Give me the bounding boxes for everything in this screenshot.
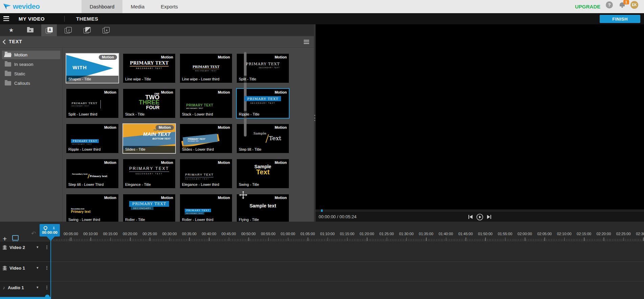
ruler-label-01-55-00: 01:55:00: [498, 232, 512, 236]
sidebar-item-in-season[interactable]: In season: [2, 60, 60, 69]
main-menu-icon[interactable]: [3, 16, 9, 21]
splitter-grip-icon[interactable]: [314, 115, 316, 121]
playback-controls-bar: 00:00:00 / 00:05:24: [316, 212, 644, 222]
template-swing-title[interactable]: MotionSampleTextSwing - Title: [237, 159, 289, 188]
playhead-box[interactable]: ✂ 00:00:00: [40, 224, 60, 236]
help-icon[interactable]: ?: [606, 1, 613, 8]
timeline-horizontal-scrollbar[interactable]: [0, 297, 51, 299]
clip-tool-icon[interactable]: [12, 235, 19, 241]
ruler-label-02-00-00: 02:00:00: [518, 232, 532, 236]
template-line-wipe-title[interactable]: MotionPRIMARY TEXTSECONDARY TEXTLine wip…: [123, 54, 175, 83]
skip-to-start-button[interactable]: [468, 215, 473, 219]
backgrounds-icon: ▲: [102, 27, 110, 33]
track-collapse-caret[interactable]: ▾: [37, 266, 39, 270]
seek-position-marker[interactable]: [321, 209, 323, 212]
template-step-tilt-lower-third[interactable]: MotionSecondary textPrimary textStep til…: [66, 159, 118, 188]
template-label: Roller - Lower third: [180, 216, 232, 222]
library-tab-transitions[interactable]: [79, 24, 95, 36]
themes-button[interactable]: THEMES: [76, 13, 98, 24]
skip-to-end-button[interactable]: [486, 215, 491, 219]
template-slides-lower-third[interactable]: MotionPRIMARY TEXTSECONDARY TEXTSlides -…: [180, 124, 232, 153]
split-scissors-icon[interactable]: ✂: [52, 226, 56, 229]
logo-text: wevideo: [13, 2, 40, 10]
ruler-major-ticks[interactable]: [51, 238, 644, 241]
ruler-label-00-50-00: 00:50:00: [241, 232, 256, 236]
ruler-label-01-20-00: 01:20:00: [360, 232, 374, 236]
playhead-line[interactable]: [50, 241, 51, 299]
wevideo-logo[interactable]: wevideo: [3, 2, 40, 11]
template-stack-title[interactable]: MotionONETWOTHREEFOURStack - Title: [123, 89, 175, 118]
folder-label: In season: [14, 62, 33, 67]
ruler-label-00-15-00: 00:15:00: [103, 232, 118, 236]
template-split-lower-third[interactable]: MotionPRIMARY TEXTSECONDARY TEXTSplit - …: [66, 89, 118, 118]
template-text: Sample: [253, 131, 266, 135]
track-options-kebab[interactable]: ⋮: [45, 285, 49, 290]
play-button[interactable]: [476, 214, 483, 221]
template-swing-lower-third[interactable]: MotionSecondary textPrimary textSwing - …: [66, 194, 118, 222]
finish-button[interactable]: FINISH: [600, 15, 640, 23]
track-row-video-1[interactable]: Video 1▾⋮: [0, 261, 644, 281]
panel-splitter[interactable]: [314, 24, 316, 222]
template-ripple-lower-third[interactable]: MotionPRIMARY TEXTSECONDARY TEXTRipple -…: [66, 124, 118, 153]
ruler-label-01-15-00: 01:15:00: [340, 232, 354, 236]
top-bar: wevideo DashboardMediaExports UPGRADE ? …: [0, 0, 644, 13]
template-text: SECONDARY TEXT: [136, 67, 162, 69]
undo-button[interactable]: ↶: [31, 230, 36, 237]
template-label: Elegance - Title: [123, 181, 175, 188]
template-shapes-title[interactable]: MotionWITHShapes - Title: [66, 54, 118, 83]
panel-menu-icon[interactable]: [304, 40, 309, 44]
template-stack-lower-third[interactable]: MotionPRIMARY TEXTSECONDARY TEXTStack - …: [180, 89, 232, 118]
track-row-video-2[interactable]: Video 2▾⋮: [0, 241, 644, 261]
track-header-video-2: Video 2: [0, 244, 25, 251]
motion-badge: Motion: [104, 160, 116, 165]
template-text-group: Sample text: [250, 203, 276, 208]
template-line-wipe-lower-third[interactable]: MotionPRIMARY TEXTSECONDARY TEXTLine wip…: [180, 54, 232, 83]
template-roller-lower-third[interactable]: MotionPRIMARY TEXTSECONDARY TEXTRoller -…: [180, 194, 232, 222]
track-collapse-caret[interactable]: ▾: [37, 245, 39, 249]
template-label: Ripple - Title: [237, 111, 289, 118]
template-elegance-title[interactable]: MotionPRIMARY TEXTSECONDARY TEXTElegance…: [123, 159, 175, 188]
sidebar-item-callouts[interactable]: Callouts: [2, 79, 60, 88]
header-divider: [64, 16, 65, 22]
project-title[interactable]: MY VIDEO: [19, 13, 45, 24]
template-grid: MotionWITHShapes - TitleMotionPRIMARY TE…: [63, 48, 316, 222]
library-tab-text[interactable]: A: [41, 24, 57, 36]
motion-badge: Motion: [161, 196, 173, 200]
template-label: Stack - Lower third: [180, 111, 232, 118]
sidebar-item-motion[interactable]: Motion: [2, 51, 60, 59]
template-text-group: Secondary textPrimary text: [71, 208, 91, 214]
upgrade-link[interactable]: UPGRADE: [575, 0, 600, 13]
marker-pin-icon[interactable]: [43, 225, 48, 230]
folder-star-glyph: ★: [27, 28, 33, 32]
move-cursor-icon: [239, 191, 248, 199]
timeline-scrollbar-handle[interactable]: [45, 295, 50, 299]
template-text: PRIMARY TEXT: [185, 209, 211, 212]
motion-badge: Motion: [104, 125, 116, 129]
preview-seekbar[interactable]: [316, 209, 644, 212]
library-tab-favorites[interactable]: ★: [3, 24, 19, 36]
tab-media[interactable]: Media: [122, 0, 153, 13]
template-slides-title[interactable]: MotionTOP TEXTMAIN TEXTBOTTOM TEXTSlides…: [123, 124, 175, 153]
template-roller-title[interactable]: MotionPRIMARY TEXTSECONDARYRoller - Titl…: [123, 194, 175, 222]
template-text: SECONDARY TEXT: [259, 67, 280, 69]
sidebar-item-static[interactable]: Static: [2, 70, 60, 78]
track-options-kebab[interactable]: ⋮: [45, 245, 49, 250]
back-chevron-icon[interactable]: [3, 40, 7, 44]
library-tab-audio[interactable]: ♪: [60, 24, 76, 36]
library-tab-stock-media[interactable]: ★: [22, 24, 38, 36]
track-row-audio-1[interactable]: ♪Audio 1▾⋮: [0, 281, 644, 299]
tab-dashboard[interactable]: Dashboard: [82, 0, 122, 13]
user-avatar[interactable]: EK: [630, 1, 638, 9]
template-text-group: SampleText: [254, 164, 271, 175]
folder-label: Motion: [14, 52, 27, 57]
track-collapse-caret[interactable]: ▾: [37, 285, 39, 290]
template-label: Stack - Title: [123, 111, 175, 118]
template-label: Split - Lower third: [66, 111, 118, 118]
template-text: SECONDARY TEXT: [195, 70, 217, 72]
template-elegance-lower-third[interactable]: MotionPRIMARY TEXTSECONDARY TEXTElegance…: [180, 159, 232, 188]
tab-exports[interactable]: Exports: [153, 0, 186, 13]
motion-badge: Motion: [161, 160, 173, 165]
library-tab-backgrounds[interactable]: ▲: [98, 24, 114, 36]
track-options-kebab[interactable]: ⋮: [45, 265, 49, 270]
ruler-label-00-55-00: 00:55:00: [261, 232, 275, 236]
